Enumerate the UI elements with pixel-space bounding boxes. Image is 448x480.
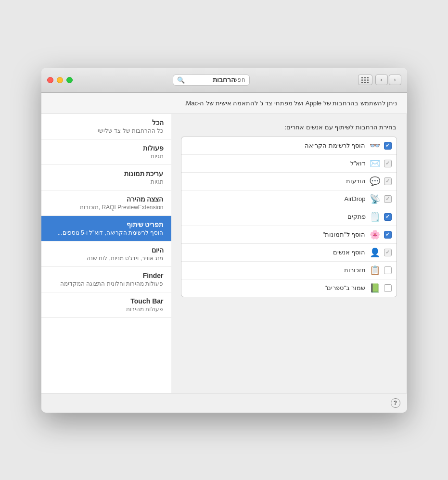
maximize-button[interactable] (66, 77, 73, 83)
app-icon-notes: 🗒️ (370, 212, 380, 222)
minimize-button[interactable] (57, 77, 63, 83)
sharing-item-notes[interactable]: ✓🗒️פתקים (181, 208, 397, 226)
main-content: הכלכל ההרחבות של צד שלישיפעולותתגיותעריכ… (41, 114, 407, 393)
description-bar: ניתן להשתמש בהרחבות של Apple ושל מפתחי צ… (41, 93, 407, 114)
sharing-item-airdrop[interactable]: ✓📡AirDrop (181, 190, 397, 208)
item-label-photos: הוסף ל"תמונות" (186, 231, 366, 238)
description-text: ניתן להשתמש בהרחבות של Apple ושל מפתחי צ… (184, 100, 397, 107)
item-label-books: שמור ב"ספרים" (186, 284, 366, 291)
nav-area: ‹ › (358, 75, 401, 85)
app-icon-readinglist: 👓 (370, 140, 380, 151)
category-title: הכל (49, 119, 164, 126)
item-label-notes: פתקים (186, 213, 366, 220)
item-label-readinglist: הוסף לרשימת הקריאה (186, 142, 366, 149)
back-button[interactable]: ‹ (375, 75, 388, 85)
checkbox-photos[interactable]: ✓ (384, 231, 392, 239)
app-icon-photos: 🌸 (370, 229, 380, 240)
checkbox-airdrop[interactable]: ✓ (384, 195, 392, 203)
grid-dots-icon (361, 77, 369, 83)
toolbar-right: 🔍 (173, 75, 250, 86)
sharing-item-messages[interactable]: ✓💬הודעות (181, 173, 397, 190)
sharing-panel: בחירת הרחבות לשיתוף עם אנשים אחרים: ✓👓הו… (171, 114, 407, 393)
category-item-actions[interactable]: פעולותתגיות (41, 139, 171, 165)
checkbox-readinglist[interactable]: ✓ (384, 142, 392, 150)
search-icon: 🔍 (177, 76, 185, 84)
category-title: עריכת תמונות (49, 170, 164, 177)
sharing-item-reminders[interactable]: 📋תזכורות (181, 262, 397, 279)
category-title: הצצה מהירה (49, 195, 164, 203)
close-button[interactable] (47, 77, 53, 83)
category-subtitle: RAQLPreviewExtension ,תזכורות (49, 204, 164, 211)
nav-buttons: ‹ › (375, 75, 401, 85)
checkbox-books[interactable] (384, 284, 392, 292)
categories-panel: הכלכל ההרחבות של צד שלישיפעולותתגיותעריכ… (41, 114, 171, 393)
checkbox-reminders[interactable] (384, 266, 392, 274)
category-title: Finder (49, 272, 164, 279)
checkbox-contacts[interactable]: ✓ (384, 249, 392, 256)
app-icon-messages: 💬 (370, 176, 380, 187)
category-item-photo_edit[interactable]: עריכת תמונותתגיות (41, 165, 171, 190)
app-icon-books: 📗 (370, 283, 380, 293)
sharing-item-photos[interactable]: ✓🌸הוסף ל"תמונות" (181, 226, 397, 244)
category-title: תפריט שיתוף (49, 221, 164, 228)
category-subtitle: מזג אוויר, וידג'ט מניות, לוח שנה (49, 255, 164, 262)
item-label-messages: הודעות (186, 177, 366, 185)
sharing-item-books[interactable]: 📗שמור ב"ספרים" (181, 279, 397, 297)
category-subtitle: תגיות (49, 153, 164, 160)
category-item-quick_action[interactable]: הצצה מהירהRAQLPreviewExtension ,תזכורות (41, 190, 171, 216)
item-label-reminders: תזכורות (186, 266, 366, 274)
category-title: היום (49, 246, 164, 254)
sharing-item-readinglist[interactable]: ✓👓הוסף לרשימת הקריאה (181, 137, 397, 155)
category-title: פעולות (49, 144, 164, 152)
main-window: 🔍 הרחבות ‹ › ניתן להשתמש בהרחבות של Appl… (41, 68, 407, 413)
forward-button[interactable]: › (389, 75, 401, 85)
category-subtitle: כל ההרחבות של צד שלישי (49, 127, 164, 134)
app-icon-airdrop: 📡 (370, 194, 380, 204)
help-button[interactable]: ? (391, 398, 400, 408)
category-subtitle: הוסף לרשימת הקריאה, דוא"ל ו-5 נוספים... (49, 229, 164, 236)
checkbox-mail[interactable]: ✓ (384, 160, 392, 167)
search-box[interactable]: 🔍 (173, 75, 250, 86)
category-item-finder[interactable]: Finderפעולות מהירות וחלונית התצוגה המקדי… (41, 267, 171, 292)
item-label-mail: דוא"ל (186, 160, 366, 167)
app-icon-mail: ✉️ (370, 158, 380, 169)
sharing-item-mail[interactable]: ✓✉️דוא"ל (181, 155, 397, 173)
bottom-bar: ? (41, 393, 407, 413)
checkbox-notes[interactable]: ✓ (384, 213, 392, 221)
grid-view-button[interactable] (358, 75, 372, 85)
checkbox-messages[interactable]: ✓ (384, 177, 392, 185)
category-item-today[interactable]: היוםמזג אוויר, וידג'ט מניות, לוח שנה (41, 241, 171, 267)
panel-title: בחירת הרחבות לשיתוף עם אנשים אחרים: (181, 124, 397, 131)
item-label-airdrop: AirDrop (186, 195, 366, 202)
window-controls (47, 77, 73, 83)
app-icon-reminders: 📋 (370, 265, 380, 276)
category-title: Touch Bar (49, 297, 164, 305)
app-icon-contacts: 👤 (370, 247, 380, 258)
sharing-item-contacts[interactable]: ✓👤הוסף אנשים (181, 244, 397, 262)
item-label-contacts: הוסף אנשים (186, 249, 366, 256)
category-item-touchbar[interactable]: Touch Barפעולות מהירות (41, 292, 171, 318)
category-item-all[interactable]: הכלכל ההרחבות של צד שלישי (41, 114, 171, 139)
window-title: הרחבות (213, 76, 235, 84)
category-item-sharing[interactable]: תפריט שיתוףהוסף לרשימת הקריאה, דוא"ל ו-5… (41, 216, 171, 241)
category-subtitle: פעולות מהירות (49, 306, 164, 313)
sharing-list: ✓👓הוסף לרשימת הקריאה✓✉️דוא"ל✓💬הודעות✓📡Ai… (181, 137, 397, 297)
category-subtitle: תגיות (49, 178, 164, 185)
category-subtitle: פעולות מהירות וחלונית התצוגה המקדימה (49, 280, 164, 287)
toolbar: 🔍 הרחבות ‹ › (41, 68, 407, 93)
